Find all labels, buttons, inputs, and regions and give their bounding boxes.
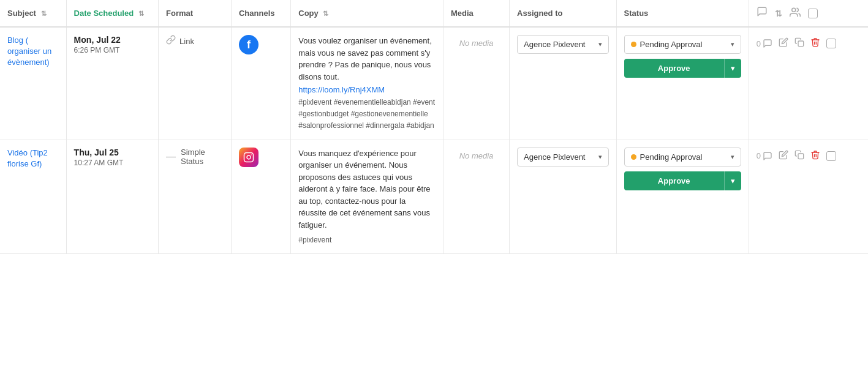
- th-copy-label: Copy: [298, 9, 319, 18]
- subject-cell-2: Vidéo (Tip2 florise Gf): [0, 140, 66, 254]
- copy-tags-1: #pixlevent #evenementielleabidjan #event…: [298, 97, 436, 132]
- th-subject: Subject ⇅: [0, 0, 66, 27]
- svg-rect-2: [244, 152, 253, 162]
- actions-cell-2: 0: [749, 140, 868, 254]
- no-media-label-1: No media: [451, 35, 502, 48]
- th-status: Status: [616, 0, 749, 27]
- th-assignee-icon[interactable]: [790, 7, 801, 20]
- table-row: Blog ( organiser un évènement) Mon, Jul …: [0, 27, 868, 140]
- duplicate-icon-2[interactable]: [794, 150, 804, 162]
- copy-link-1[interactable]: https://loom.ly/Rnj4XMM: [298, 85, 436, 94]
- copy-tags-2: #pixlevent: [298, 234, 436, 246]
- th-date: Date Scheduled ⇅: [66, 0, 158, 27]
- status-dot-2: [631, 154, 636, 160]
- status-text-2: Pending Approval: [640, 152, 703, 162]
- format-cell-2: — Simple Status: [159, 140, 232, 254]
- th-actions-icons: ⇅: [757, 6, 861, 20]
- comment-count-2: 0: [757, 151, 772, 161]
- status-dot-1: [631, 42, 636, 47]
- action-icons-1: 0: [757, 35, 861, 50]
- approve-button-2[interactable]: Approve: [624, 171, 724, 190]
- status-area-2: Pending Approval ▾ Approve ▾: [624, 148, 741, 190]
- duplicate-icon-1[interactable]: [794, 37, 804, 50]
- th-actions: ⇅: [749, 0, 868, 27]
- assigned-chevron-2: ▾: [598, 153, 602, 161]
- chat-sort-icon[interactable]: [757, 6, 768, 20]
- actions-cell-1: 0: [749, 27, 868, 140]
- simple-status-icon-2: —: [166, 151, 176, 162]
- assigned-cell-1: Agence Pixlevent ▾: [510, 27, 617, 140]
- comment-count-value-1: 0: [757, 39, 761, 48]
- th-assigned: Assigned to: [510, 0, 617, 27]
- copy-cell-2: Vous manquez d'expérience pour organiser…: [291, 140, 443, 254]
- th-subject-sort-icon[interactable]: ⇅: [41, 10, 47, 18]
- table-header-row: Subject ⇅ Date Scheduled ⇅ Format Channe…: [0, 0, 868, 27]
- th-copy-sort-icon[interactable]: ⇅: [323, 10, 328, 18]
- th-media: Media: [443, 0, 509, 27]
- subject-link-2[interactable]: Vidéo (Tip2 florise Gf): [7, 148, 48, 168]
- main-table-container: Subject ⇅ Date Scheduled ⇅ Format Channe…: [0, 0, 868, 254]
- delete-icon-2[interactable]: [810, 150, 820, 162]
- th-format: Format: [159, 0, 232, 27]
- delete-icon-1[interactable]: [810, 37, 820, 50]
- approve-dropdown-button-2[interactable]: ▾: [724, 171, 741, 190]
- th-date-sort-icon[interactable]: ⇅: [138, 10, 144, 18]
- edit-icon-1[interactable]: [779, 37, 788, 50]
- facebook-icon-1: f: [239, 35, 259, 54]
- comment-icon-1[interactable]: [763, 39, 772, 48]
- comment-count-1: 0: [757, 39, 772, 48]
- assigned-name-1: Agence Pixlevent: [524, 40, 585, 49]
- th-format-label: Format: [166, 9, 193, 18]
- assigned-name-2: Agence Pixlevent: [524, 152, 585, 162]
- status-text-1: Pending Approval: [640, 40, 703, 49]
- media-cell-1: No media: [443, 27, 509, 140]
- svg-rect-1: [798, 41, 804, 47]
- date-day-2: Thu, Jul 25: [74, 148, 151, 157]
- table-row: Vidéo (Tip2 florise Gf) Thu, Jul 25 10:2…: [0, 140, 868, 254]
- th-channels-label: Channels: [239, 9, 275, 18]
- edit-icon-2[interactable]: [779, 150, 788, 162]
- media-cell-2: No media: [443, 140, 509, 254]
- subject-link-1[interactable]: Blog ( organiser un évènement): [7, 36, 51, 67]
- approve-btn-group-2: Approve ▾: [624, 171, 741, 190]
- row-checkbox-2[interactable]: [826, 151, 836, 161]
- th-media-label: Media: [451, 9, 474, 18]
- row-checkbox-1[interactable]: [826, 39, 836, 48]
- approve-dropdown-button-1[interactable]: ▾: [724, 59, 741, 78]
- status-label-group-1: Pending Approval: [631, 40, 703, 49]
- status-cell-2: Pending Approval ▾ Approve ▾: [616, 140, 749, 254]
- no-media-label-2: No media: [451, 148, 502, 160]
- th-checkbox[interactable]: [808, 9, 818, 18]
- copy-text-2: Vous manquez d'expérience pour organiser…: [298, 148, 436, 231]
- assigned-dropdown-2[interactable]: Agence Pixlevent ▾: [517, 148, 609, 166]
- svg-point-0: [792, 8, 796, 12]
- status-cell-1: Pending Approval ▾ Approve ▾: [616, 27, 749, 140]
- approve-button-1[interactable]: Approve: [624, 59, 724, 78]
- th-filter-icon[interactable]: ⇅: [775, 9, 782, 18]
- th-status-label: Status: [624, 9, 649, 18]
- date-time-1: 6:26 PM GMT: [74, 46, 151, 54]
- copy-cell-1: Vous voulez organiser un événement, mais…: [291, 27, 443, 140]
- format-label-1: Link: [179, 37, 194, 46]
- status-badge-2[interactable]: Pending Approval ▾: [624, 148, 741, 166]
- channel-cell-2: [231, 140, 290, 254]
- date-cell-2: Thu, Jul 25 10:27 AM GMT: [66, 140, 158, 254]
- format-row-1: Link: [166, 35, 224, 47]
- assigned-chevron-1: ▾: [598, 40, 602, 48]
- status-chevron-1: ▾: [731, 40, 734, 48]
- date-cell-1: Mon, Jul 22 6:26 PM GMT: [66, 27, 158, 140]
- status-badge-1[interactable]: Pending Approval ▾: [624, 35, 741, 54]
- comment-count-value-2: 0: [757, 151, 761, 160]
- status-area-1: Pending Approval ▾ Approve ▾: [624, 35, 741, 78]
- format-row-2: — Simple Status: [166, 148, 224, 166]
- status-label-group-2: Pending Approval: [631, 152, 703, 162]
- approve-btn-group-1: Approve ▾: [624, 59, 741, 78]
- date-day-1: Mon, Jul 22: [74, 35, 151, 45]
- date-time-2: 10:27 AM GMT: [74, 159, 151, 167]
- comment-icon-2[interactable]: [763, 151, 772, 161]
- content-table: Subject ⇅ Date Scheduled ⇅ Format Channe…: [0, 0, 868, 254]
- action-icons-2: 0: [757, 148, 861, 162]
- assigned-dropdown-1[interactable]: Agence Pixlevent ▾: [517, 35, 609, 54]
- assigned-cell-2: Agence Pixlevent ▾: [510, 140, 617, 254]
- th-channels: Channels: [231, 0, 290, 27]
